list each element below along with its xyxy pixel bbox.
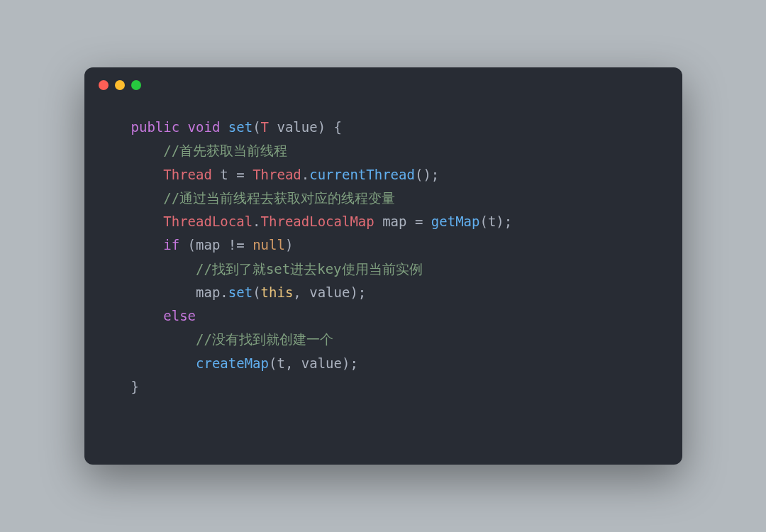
punct: ( xyxy=(179,237,196,253)
keyword-if: if xyxy=(163,237,179,253)
method-getMap: getMap xyxy=(423,214,479,229)
comment-line: //没有找到就创建一个 xyxy=(196,331,333,347)
keyword-this: this xyxy=(261,284,294,300)
keyword-null: null xyxy=(252,237,285,253)
type-thread: Thread xyxy=(163,167,212,182)
arg-t: t xyxy=(277,355,284,371)
op-ne: != xyxy=(220,237,252,253)
var-map: map xyxy=(374,214,415,229)
punct-dot: . xyxy=(220,284,228,300)
method-set: set xyxy=(228,119,252,135)
param-value: value xyxy=(269,119,318,135)
punct-dot: . xyxy=(301,167,309,182)
op-eq: = xyxy=(415,214,423,229)
punct: ( xyxy=(479,214,487,229)
minimize-icon[interactable] xyxy=(115,80,125,90)
punct: (); xyxy=(415,167,439,182)
type-T: T xyxy=(261,119,269,135)
var-map: map xyxy=(196,284,220,300)
punct: , value); xyxy=(285,355,358,371)
keyword-else: else xyxy=(163,308,196,323)
method-createMap: createMap xyxy=(196,355,269,371)
code-content: public void set(T value) { //首先获取当前线程 Th… xyxy=(84,96,682,427)
keyword-public: public xyxy=(131,119,180,135)
punct: ); xyxy=(496,214,512,229)
op-eq: = xyxy=(236,167,244,182)
punct: ( xyxy=(252,119,260,135)
comment-line: //通过当前线程去获取对应的线程变量 xyxy=(163,190,395,206)
method-currentThread: currentThread xyxy=(309,167,415,182)
titlebar xyxy=(84,67,682,96)
keyword-void: void xyxy=(188,119,221,135)
code-window: public void set(T value) { //首先获取当前线程 Th… xyxy=(84,67,682,465)
punct: ( xyxy=(269,355,277,371)
close-icon[interactable] xyxy=(99,80,109,90)
brace: { xyxy=(326,119,342,135)
comment-line: //首先获取当前线程 xyxy=(163,143,287,158)
punct: ( xyxy=(252,284,260,300)
type-threadlocal: ThreadLocal xyxy=(163,214,252,229)
arg-t: t xyxy=(488,214,496,229)
var-map: map xyxy=(196,237,220,253)
comment-line: //找到了就set进去key使用当前实例 xyxy=(196,261,423,277)
maximize-icon[interactable] xyxy=(131,80,141,90)
method-set: set xyxy=(228,284,252,300)
var-t: t xyxy=(212,167,236,182)
punct: ) xyxy=(285,237,293,253)
punct: ) xyxy=(318,119,326,135)
punct-dot: . xyxy=(252,214,260,229)
type-threadlocalmap: ThreadLocalMap xyxy=(261,214,374,229)
type-thread2: Thread xyxy=(245,167,301,182)
punct: , value); xyxy=(293,284,366,300)
brace-close: } xyxy=(131,379,139,394)
